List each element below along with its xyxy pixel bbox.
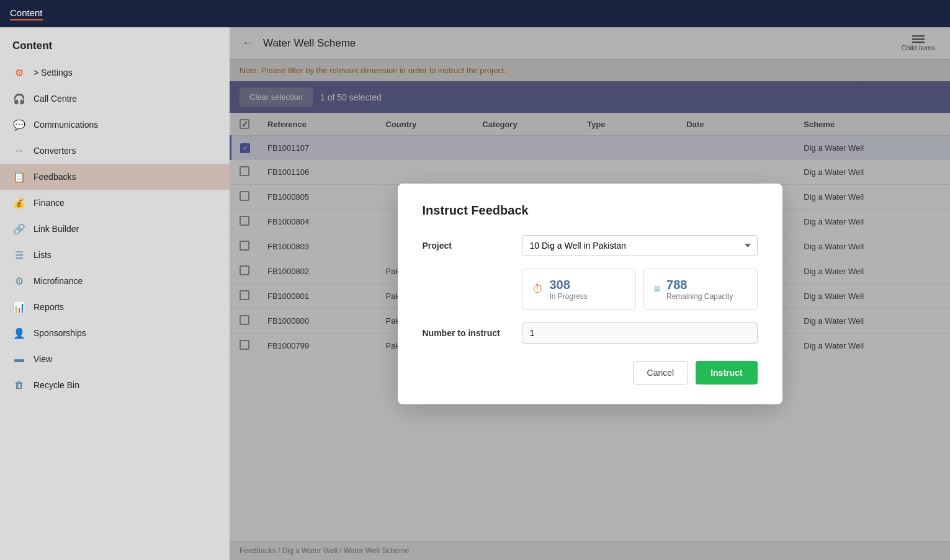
sidebar-item-label: Feedbacks xyxy=(34,172,76,182)
project-label: Project xyxy=(423,241,509,251)
finance-icon: 💰 xyxy=(12,196,26,210)
sidebar-item-recycle-bin[interactable]: 🗑 Recycle Bin xyxy=(0,372,230,398)
settings-icon: ⚙ xyxy=(12,66,26,79)
sidebar-item-view[interactable]: ▬ View xyxy=(0,346,230,372)
instruct-feedback-modal: Instruct Feedback Project 10 Dig a Well … xyxy=(398,184,782,404)
sidebar-item-label: Finance xyxy=(34,198,65,208)
remaining-icon: ≡ xyxy=(654,283,661,296)
sidebar-item-lists[interactable]: ☰ Lists xyxy=(0,242,230,268)
sidebar-item-label: View xyxy=(34,354,52,364)
sidebar-item-label: Converters xyxy=(34,146,76,156)
stats-row: ⏱ 308 In Progress ≡ 788 Remaining Capaci… xyxy=(423,269,758,310)
sidebar-item-sponsorships[interactable]: 👤 Sponsorships xyxy=(0,320,230,346)
number-to-instruct-input[interactable] xyxy=(522,322,758,344)
sidebar-item-link-builder[interactable]: 🔗 Link Builder xyxy=(0,216,230,242)
cancel-button[interactable]: Cancel xyxy=(633,361,689,384)
sidebar-item-label: Link Builder xyxy=(34,224,79,234)
sidebar-item-finance[interactable]: 💰 Finance xyxy=(0,190,230,216)
sidebar-item-label: Recycle Bin xyxy=(34,380,79,390)
sponsorships-icon: 👤 xyxy=(12,326,26,340)
in-progress-label: In Progress xyxy=(550,292,588,301)
sidebar-item-label: Reports xyxy=(34,302,64,312)
sidebar-item-converters[interactable]: ↔ Converters xyxy=(0,138,230,164)
sidebar-item-settings[interactable]: ⚙ > Settings xyxy=(0,60,230,86)
number-label: Number to instruct xyxy=(423,328,509,338)
feedbacks-icon: 📋 xyxy=(12,170,26,184)
communications-icon: 💬 xyxy=(12,118,26,131)
app-title: Content xyxy=(10,7,43,20)
modal-title: Instruct Feedback xyxy=(423,203,758,218)
remaining-label: Remaining Capacity xyxy=(666,292,733,301)
sidebar-item-label: Lists xyxy=(34,250,52,260)
project-select[interactable]: 10 Dig a Well in Pakistan20 Dig a Well i… xyxy=(522,235,758,256)
remaining-capacity-card: ≡ 788 Remaining Capacity xyxy=(643,269,758,310)
sidebar-item-call-centre[interactable]: 🎧 Call Centre xyxy=(0,86,230,112)
call-centre-icon: 🎧 xyxy=(12,92,26,105)
stats-cards: ⏱ 308 In Progress ≡ 788 Remaining Capaci… xyxy=(522,269,758,310)
recycle-bin-icon: 🗑 xyxy=(12,378,26,392)
microfinance-icon: ⚙ xyxy=(12,274,26,288)
project-row: Project 10 Dig a Well in Pakistan20 Dig … xyxy=(423,235,758,256)
sidebar-item-feedbacks[interactable]: 📋 Feedbacks xyxy=(0,164,230,190)
sidebar-header: Content xyxy=(0,35,230,60)
sidebar: Content ⚙ > Settings 🎧 Call Centre 💬 Com… xyxy=(0,27,230,560)
number-row: Number to instruct xyxy=(423,322,758,344)
sidebar-item-label: Microfinance xyxy=(34,276,83,286)
modal-actions: Cancel Instruct xyxy=(423,361,758,384)
in-progress-card: ⏱ 308 In Progress xyxy=(522,269,636,310)
sidebar-item-reports[interactable]: 📊 Reports xyxy=(0,294,230,320)
in-progress-value: 308 xyxy=(550,278,588,292)
in-progress-icon: ⏱ xyxy=(532,283,544,296)
remaining-value: 788 xyxy=(666,278,733,292)
converters-icon: ↔ xyxy=(12,144,26,158)
sidebar-item-label: > Settings xyxy=(34,68,73,78)
reports-icon: 📊 xyxy=(12,300,26,314)
modal-overlay: Instruct Feedback Project 10 Dig a Well … xyxy=(230,27,950,560)
sidebar-item-communications[interactable]: 💬 Communications xyxy=(0,112,230,138)
instruct-button[interactable]: Instruct xyxy=(696,361,757,384)
lists-icon: ☰ xyxy=(12,248,26,262)
sidebar-item-label: Sponsorships xyxy=(34,328,86,338)
view-icon: ▬ xyxy=(12,352,26,366)
top-bar: Content xyxy=(0,0,950,27)
sidebar-item-microfinance[interactable]: ⚙ Microfinance xyxy=(0,268,230,294)
sidebar-item-label: Call Centre xyxy=(34,94,77,104)
sidebar-item-label: Communications xyxy=(34,120,98,130)
link-builder-icon: 🔗 xyxy=(12,222,26,236)
